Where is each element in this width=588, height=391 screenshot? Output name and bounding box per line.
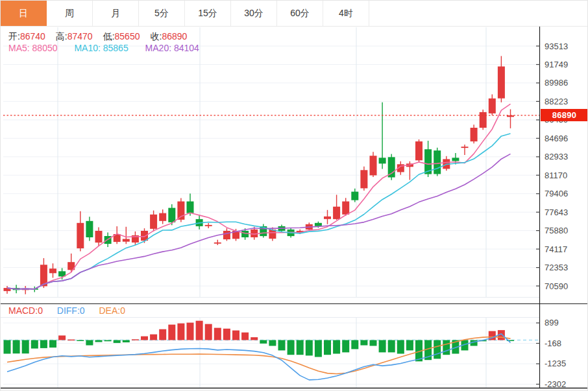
low-value: 85650	[115, 31, 140, 41]
price-axis-label: 75880	[545, 226, 587, 235]
tab-30min[interactable]: 30分	[231, 1, 277, 26]
kline-chart-widget: 日 周 月 5分 15分 30分 60分 4时 开:86740高:87470低:…	[0, 0, 588, 391]
period-tabbar: 日 周 月 5分 15分 30分 60分 4时	[1, 1, 587, 27]
tab-4hour[interactable]: 4时	[323, 1, 369, 26]
macd-info-row: MACD:0 DIFF:0 DEA:0	[8, 305, 140, 316]
price-axis-label: 84696	[545, 134, 587, 143]
tab-month[interactable]: 月	[93, 1, 139, 26]
price-axis-label: 82933	[545, 152, 587, 161]
price-axis-label: 88223	[545, 97, 587, 106]
price-axis-label: 70590	[545, 281, 587, 291]
tab-day[interactable]: 日	[1, 1, 47, 26]
ma5-info: MA5: 88050	[8, 43, 58, 53]
dea-value-info: DEA:0	[99, 305, 125, 316]
ma-info-row: MA5: 88050 MA10: 85865 MA20: 84104	[8, 43, 214, 53]
open-label: 开:	[8, 31, 20, 41]
ohlc-info-row: 开:86740高:87470低:85650收:86890	[8, 31, 197, 43]
high-label: 高:	[56, 31, 67, 41]
price-axis-label: 91749	[545, 60, 587, 69]
ma20-info: MA20: 84104	[145, 43, 199, 53]
close-value: 86890	[162, 31, 187, 41]
tab-60min[interactable]: 60分	[277, 1, 323, 26]
price-axis-label: 72353	[545, 263, 587, 272]
macd-axis-label: -168	[545, 338, 587, 348]
tab-week[interactable]: 周	[47, 1, 93, 26]
diff-value-info: DIFF:0	[57, 305, 85, 316]
price-axis-label: 93513	[545, 41, 587, 51]
price-axis-label: 74117	[545, 244, 587, 254]
close-label: 收:	[150, 31, 162, 41]
price-axis-label: 77643	[545, 207, 587, 217]
price-axis-label: 81170	[545, 171, 587, 180]
macd-axis-label: -1235	[545, 359, 587, 368]
macd-axis-label: -2302	[545, 379, 587, 389]
open-value: 86740	[20, 31, 45, 41]
tab-15min[interactable]: 15分	[185, 1, 231, 26]
high-value: 87470	[67, 31, 93, 41]
candlestick-chart	[1, 1, 588, 391]
macd-axis-label: 899	[545, 318, 587, 327]
current-price-badge: 86890	[541, 109, 588, 121]
tab-5min[interactable]: 5分	[139, 1, 185, 26]
macd-value-info: MACD:0	[8, 305, 43, 316]
ma10-info: MA10: 85865	[74, 43, 128, 53]
price-axis-label: 79406	[545, 189, 587, 198]
price-axis-label: 89986	[545, 78, 587, 88]
low-label: 低:	[103, 31, 115, 41]
